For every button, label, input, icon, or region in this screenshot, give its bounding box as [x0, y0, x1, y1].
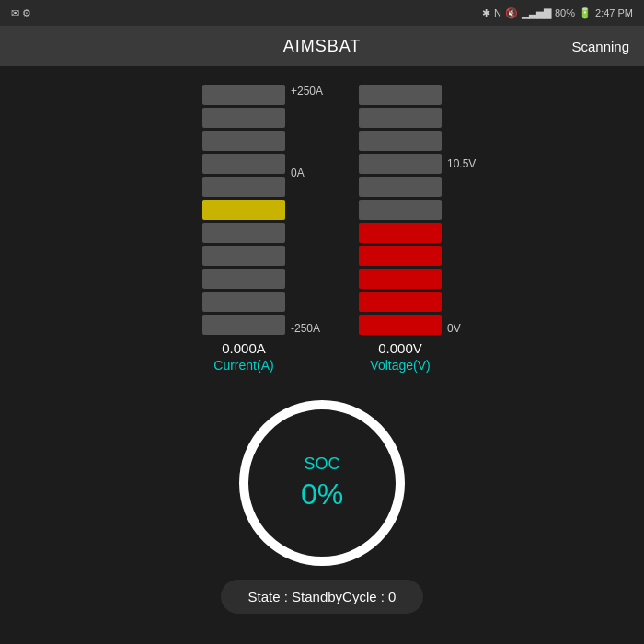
soc-value: 0%	[301, 477, 343, 512]
current-seg-3	[202, 131, 285, 151]
notification-icons: ✉ ⚙	[11, 7, 31, 19]
current-value: 0.000A	[222, 340, 266, 356]
battery-pct: 80%	[555, 7, 575, 18]
voltage-seg-6	[359, 200, 442, 220]
current-segments	[202, 85, 285, 335]
bottom-status-bar: State : Standby Cycle : 0	[221, 580, 424, 614]
status-bar: ✉ ⚙ ✱ N 🔇 ▁▃▅▇ 80% 🔋 2:47 PM	[0, 0, 644, 26]
current-seg-7	[202, 223, 285, 243]
current-seg-1	[202, 85, 285, 105]
voltage-label: Voltage(V)	[370, 358, 430, 373]
current-seg-11	[202, 315, 285, 335]
current-top-label: +250A	[291, 85, 323, 98]
voltage-bot-label: 0V	[447, 322, 476, 335]
state-label: State : Standby	[248, 589, 343, 604]
voltage-mid-label: 10.5V	[447, 157, 476, 170]
status-icons: ✱ N 🔇 ▁▃▅▇ 80% 🔋 2:47 PM	[482, 7, 633, 19]
voltage-seg-11	[359, 315, 442, 335]
voltage-gauge: top 10.5V 0V 0.000V Voltage(V)	[359, 85, 442, 373]
voltage-seg-2	[359, 108, 442, 128]
voltage-value: 0.000V	[378, 340, 422, 356]
app-title: AIMSBAT	[283, 37, 362, 56]
voltage-seg-5	[359, 177, 442, 197]
title-bar: AIMSBAT Scanning	[0, 26, 644, 66]
signal-icon: ▁▃▅▇	[522, 7, 551, 19]
bluetooth-icon: ✱	[482, 7, 490, 19]
voltage-bar-area: top 10.5V 0V	[359, 85, 442, 335]
battery-icon: 🔋	[579, 7, 592, 19]
cycle-label: Cycle : 0	[342, 589, 396, 604]
network-icon: N	[494, 7, 501, 18]
current-gauge: +250A 0A -250A 0.000A Current(A)	[202, 85, 285, 373]
current-seg-6	[202, 200, 285, 220]
mute-icon: 🔇	[505, 7, 518, 19]
voltage-seg-7	[359, 223, 442, 243]
current-bar-area: +250A 0A -250A	[202, 85, 285, 335]
current-seg-9	[202, 269, 285, 289]
voltage-seg-4	[359, 154, 442, 174]
voltage-seg-8	[359, 246, 442, 266]
scanning-status: Scanning	[571, 39, 629, 54]
voltage-seg-1	[359, 85, 442, 105]
main-content: +250A 0A -250A 0.000A Current(A)	[0, 66, 644, 644]
time: 2:47 PM	[595, 7, 633, 18]
current-seg-4	[202, 154, 285, 174]
current-bot-label: -250A	[291, 322, 323, 335]
soc-circle: SOC 0%	[239, 400, 405, 566]
current-seg-8	[202, 246, 285, 266]
voltage-seg-9	[359, 269, 442, 289]
current-seg-2	[202, 108, 285, 128]
current-label: Current(A)	[213, 358, 273, 373]
current-seg-10	[202, 292, 285, 312]
gauges-row: +250A 0A -250A 0.000A Current(A)	[0, 85, 644, 373]
soc-label: SOC	[304, 454, 339, 474]
voltage-segments	[359, 85, 442, 335]
voltage-seg-3	[359, 131, 442, 151]
current-mid-label: 0A	[291, 167, 323, 179]
voltage-seg-10	[359, 292, 442, 312]
current-seg-5	[202, 177, 285, 197]
soc-container: SOC 0%	[239, 400, 405, 566]
